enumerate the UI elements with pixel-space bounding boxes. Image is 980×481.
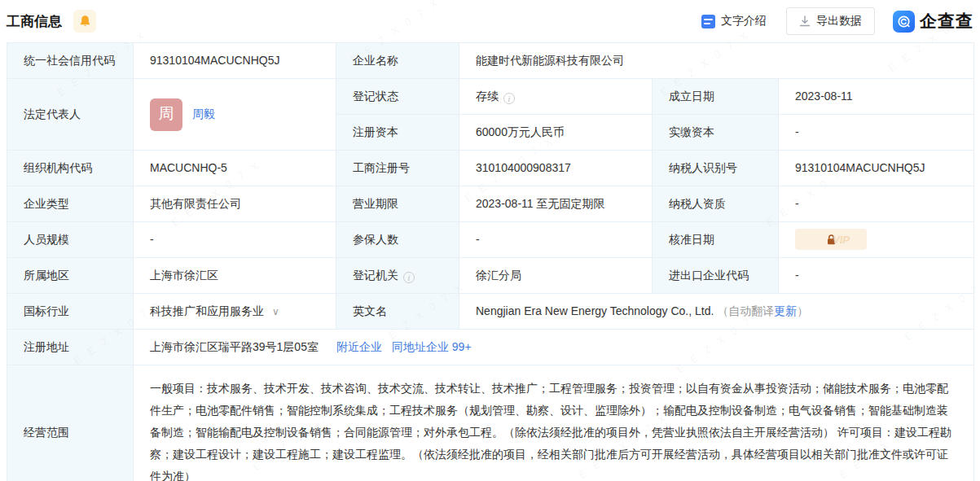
translate-refresh-link[interactable]: 更新	[774, 304, 797, 317]
table-row: 法定代表人 周 周毅 登记状态 存续i 成立日期 2023-08-11	[7, 79, 974, 115]
field-value-taxpayer-qualification: -	[779, 186, 974, 222]
field-value-region: 上海市徐汇区	[134, 258, 336, 294]
field-value-company-name: 能建时代新能源科技有限公司	[459, 43, 974, 79]
industry-text: 科技推广和应用服务业	[150, 304, 264, 317]
field-label-english-name: 英文名	[336, 294, 459, 330]
field-label-taxpayer-qualification: 纳税人资质	[653, 186, 779, 222]
vip-locked-value[interactable]: VIP	[795, 229, 867, 250]
field-label-biz-term: 营业期限	[336, 186, 459, 222]
field-label-insured-count: 参保人数	[336, 222, 459, 258]
business-info-page: E E Z X 0 7 X E E Z X 0 7 X E E Z X 0 7 …	[0, 0, 980, 481]
qcc-logo[interactable]: 企查查	[893, 10, 973, 33]
field-value-biz-term: 2023-08-11 至无固定期限	[459, 186, 653, 222]
info-icon[interactable]: i	[503, 93, 515, 104]
field-label-reg-capital: 注册资本	[336, 115, 459, 151]
field-value-industry[interactable]: 科技推广和应用服务业 ∨	[134, 294, 336, 330]
field-label-establish-date: 成立日期	[653, 79, 779, 115]
field-label-reg-address: 注册地址	[7, 330, 134, 365]
text-intro-label: 文字介绍	[721, 14, 767, 28]
field-value-legal-rep: 周 周毅	[134, 79, 336, 151]
field-label-import-export-code: 进出口企业代码	[653, 258, 779, 294]
table-row: 国标行业 科技推广和应用服务业 ∨ 英文名 Nengjian Era New E…	[7, 294, 974, 330]
field-label-region: 所属地区	[7, 258, 134, 294]
legal-rep-avatar[interactable]: 周	[150, 98, 182, 131]
english-name-text: Nengjian Era New Energy Technology Co., …	[476, 304, 714, 317]
field-value-credit-code: 91310104MACUCNHQ5J	[134, 43, 336, 79]
same-address-companies-link[interactable]: 同地址企业 99+	[392, 340, 472, 353]
table-row: 所属地区 上海市徐汇区 登记机关i 徐汇分局 进出口企业代码 -	[7, 258, 974, 294]
auto-translate-note-close: ）	[797, 304, 808, 317]
reg-status-text: 存续	[476, 90, 499, 103]
field-value-approval-date: VIP	[779, 222, 974, 258]
field-value-import-export-code: -	[779, 258, 974, 294]
reg-address-text: 上海市徐汇区瑞平路39号1层05室	[150, 340, 319, 353]
field-label-legal-rep: 法定代表人	[7, 79, 134, 151]
field-value-reg-authority: 徐汇分局	[459, 258, 653, 294]
download-icon	[799, 15, 811, 27]
field-value-reg-status: 存续i	[459, 79, 653, 115]
table-row: 注册地址 上海市徐汇区瑞平路39号1层05室附近企业同地址企业 99+	[7, 330, 974, 365]
table-row: 企业类型 其他有限责任公司 营业期限 2023-08-11 至无固定期限 纳税人…	[7, 186, 974, 222]
field-label-credit-code: 统一社会信用代码	[7, 43, 134, 79]
business-info-table: 统一社会信用代码 91310104MACUCNHQ5J 企业名称 能建时代新能源…	[7, 42, 974, 481]
chevron-down-icon[interactable]: ∨	[272, 306, 279, 317]
field-value-insured-count: -	[459, 222, 653, 258]
field-label-reg-authority: 登记机关i	[336, 258, 459, 294]
field-value-staff-size: -	[134, 222, 336, 258]
info-icon[interactable]: i	[403, 272, 415, 283]
table-row: 组织机构代码 MACUCNHQ-5 工商注册号 310104000908317 …	[7, 151, 974, 186]
bell-icon	[79, 15, 91, 28]
text-intro-button[interactable]: 文字介绍	[701, 14, 767, 28]
qcc-logo-icon	[893, 11, 915, 33]
auto-translate-note: （自动翻译	[717, 304, 774, 317]
field-value-company-type: 其他有限责任公司	[134, 186, 336, 222]
qcc-logo-text: 企查查	[920, 10, 973, 33]
field-label-company-type: 企业类型	[7, 186, 134, 222]
export-data-label: 导出数据	[816, 14, 862, 28]
field-value-english-name: Nengjian Era New Energy Technology Co., …	[459, 294, 974, 330]
monitor-bell-button[interactable]	[73, 10, 96, 33]
export-data-button[interactable]: 导出数据	[786, 7, 875, 35]
text-intro-icon	[701, 15, 715, 28]
field-value-taxpayer-id: 91310104MACUCNHQ5J	[779, 151, 974, 186]
vip-badge-text: VIP	[833, 232, 850, 248]
field-label-industry: 国标行业	[7, 294, 134, 330]
field-value-business-scope: 一般项目：技术服务、技术开发、技术咨询、技术交流、技术转让、技术推广；工程管理服…	[134, 365, 974, 481]
table-row: 人员规模 - 参保人数 - 核准日期 VIP	[7, 222, 974, 258]
field-label-biz-reg-no: 工商注册号	[336, 151, 459, 186]
field-label-paid-capital: 实缴资本	[653, 115, 779, 151]
legal-rep-name-link[interactable]: 周毅	[192, 106, 215, 123]
field-label-taxpayer-id: 纳税人识别号	[653, 151, 779, 186]
page-title: 工商信息	[7, 12, 62, 31]
field-label-org-code: 组织机构代码	[7, 151, 134, 186]
field-value-paid-capital: -	[779, 115, 974, 151]
field-label-reg-status: 登记状态	[336, 79, 459, 115]
address-links: 附近企业同地址企业 99+	[327, 340, 472, 353]
field-label-staff-size: 人员规模	[7, 222, 134, 258]
field-label-approval-date: 核准日期	[653, 222, 779, 258]
nearby-companies-link[interactable]: 附近企业	[336, 340, 382, 353]
field-value-org-code: MACUCNHQ-5	[134, 151, 336, 186]
field-value-biz-reg-no: 310104000908317	[459, 151, 653, 186]
table-row: 经营范围 一般项目：技术服务、技术开发、技术咨询、技术交流、技术转让、技术推广；…	[7, 365, 974, 481]
table-row: 统一社会信用代码 91310104MACUCNHQ5J 企业名称 能建时代新能源…	[7, 43, 974, 79]
header-actions: 文字介绍 导出数据 企查查	[701, 7, 973, 35]
field-label-business-scope: 经营范围	[7, 365, 134, 481]
reg-authority-label-text: 登记机关	[353, 269, 398, 282]
field-value-establish-date: 2023-08-11	[779, 79, 974, 115]
field-value-reg-address: 上海市徐汇区瑞平路39号1层05室附近企业同地址企业 99+	[134, 330, 974, 365]
field-value-reg-capital: 60000万元人民币	[459, 115, 653, 151]
section-header: 工商信息 文字介绍 导出数据	[0, 0, 980, 42]
field-label-company-name: 企业名称	[336, 43, 459, 79]
